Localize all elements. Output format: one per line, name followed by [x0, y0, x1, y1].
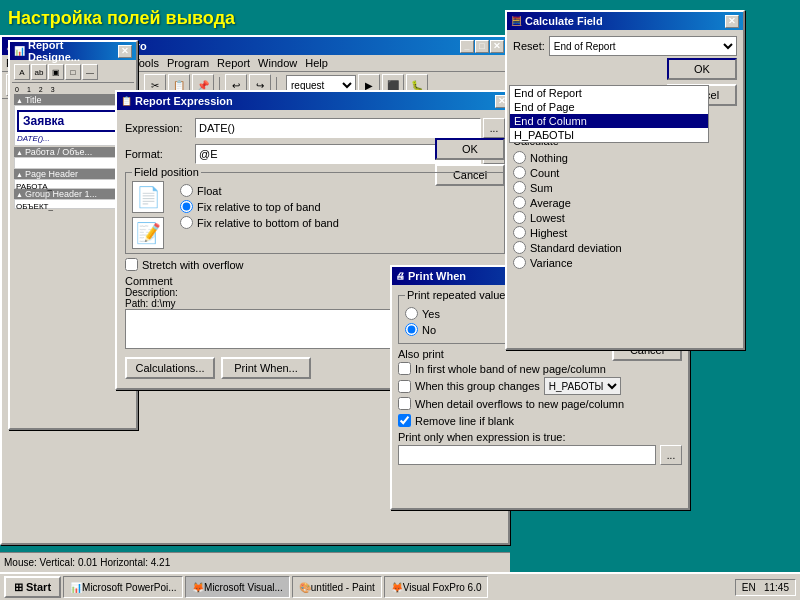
menu-program[interactable]: Program — [167, 57, 209, 69]
pw-expr-input[interactable] — [398, 445, 656, 465]
cf-title-left: 🧮 Calculate Field — [511, 15, 603, 27]
cf-count-label: Count — [530, 167, 559, 179]
cf-reset-select[interactable]: End of Report — [549, 36, 737, 56]
cf-option-end-report[interactable]: End of Report — [510, 86, 708, 100]
taskbar-icon-1: 🦊 — [192, 582, 204, 593]
cf-option-h-raboty[interactable]: H_РАБОТЫ — [510, 128, 708, 142]
re-calculations-btn[interactable]: Calculations... — [125, 357, 215, 379]
taskbar-label-1: Microsoft Visual... — [204, 582, 283, 593]
taskbar-item-paint[interactable]: 🎨 untitled - Paint — [292, 576, 382, 598]
cf-reset-row: Reset: End of Report — [513, 36, 737, 56]
re-icon: 📋 — [121, 96, 132, 106]
re-radio-group: Float Fix relative to top of band Fix re… — [180, 181, 339, 249]
cf-sum-row: Sum — [513, 181, 737, 194]
cf-nothing-radio[interactable] — [513, 151, 526, 164]
taskbar-label-3: Visual FoxPro 6.0 — [403, 582, 482, 593]
cf-stddev-radio[interactable] — [513, 241, 526, 254]
re-stretch-checkbox[interactable] — [125, 258, 138, 271]
taskbar-item-powerpoi[interactable]: 📊 Microsoft PowerPoi... — [63, 576, 183, 598]
vfp-minimize-btn[interactable]: _ — [460, 40, 474, 53]
menu-report[interactable]: Report — [217, 57, 250, 69]
cf-controls: ✕ — [725, 15, 739, 28]
re-field-icon-2[interactable]: 📝 — [132, 217, 164, 249]
re-path-value: d:\my — [151, 298, 175, 309]
menu-help[interactable]: Help — [305, 57, 328, 69]
cf-count-radio[interactable] — [513, 166, 526, 179]
re-fixbottom-row: Fix relative to bottom of band — [180, 216, 339, 229]
taskbar-right: EN 11:45 — [735, 579, 796, 596]
rd-title-label: Title — [25, 95, 42, 105]
date-field[interactable]: DATE()... — [17, 134, 129, 143]
cf-nothing-label: Nothing — [530, 152, 568, 164]
re-field-icon-1[interactable]: 📄 — [132, 181, 164, 213]
rd-tool-select[interactable]: A — [14, 64, 30, 80]
taskbar-item-vfp6[interactable]: 🦊 Visual FoxPro 6.0 — [384, 576, 489, 598]
rd-tool-box[interactable]: □ — [65, 64, 81, 80]
cf-average-label: Average — [530, 197, 571, 209]
rd-title-left: 📊 Report Designe... — [14, 39, 118, 63]
pw-yes-radio[interactable] — [405, 307, 418, 320]
re-icon-area: 📄 📝 — [132, 181, 164, 249]
cf-option-end-column[interactable]: End of Column — [510, 114, 708, 128]
re-printwhen-btn[interactable]: Print When... — [221, 357, 311, 379]
pw-no-radio[interactable] — [405, 323, 418, 336]
rd-work-label: Работа / Объе... — [25, 147, 92, 157]
taskbar-item-vfx[interactable]: 🦊 Microsoft Visual... — [185, 576, 290, 598]
cf-sum-radio[interactable] — [513, 181, 526, 194]
pw-groupchanges-checkbox[interactable] — [398, 380, 411, 393]
rd-close-btn[interactable]: ✕ — [118, 45, 132, 58]
rd-pageheader-label: Page Header — [25, 169, 78, 179]
rd-tool-line[interactable]: — — [82, 64, 98, 80]
rd-title: Report Designe... — [28, 39, 118, 63]
pw-infirst-checkbox[interactable] — [398, 362, 411, 375]
taskbar-label-2: untitled - Paint — [311, 582, 375, 593]
rd-tool-text[interactable]: ab — [31, 64, 47, 80]
cf-variance-radio[interactable] — [513, 256, 526, 269]
pw-expr-browse-btn[interactable]: ... — [660, 445, 682, 465]
taskbar: ⊞ Start 📊 Microsoft PowerPoi... 🦊 Micros… — [0, 572, 800, 600]
cf-dropdown-list: End of Report End of Page End of Column … — [509, 85, 709, 143]
rd-tool-field[interactable]: ▣ — [48, 64, 64, 80]
re-float-radio[interactable] — [180, 184, 193, 197]
cf-lowest-label: Lowest — [530, 212, 565, 224]
cf-sum-label: Sum — [530, 182, 553, 194]
cf-average-row: Average — [513, 196, 737, 209]
re-fixtop-row: Fix relative to top of band — [180, 200, 339, 213]
cf-variance-label: Variance — [530, 257, 573, 269]
cf-title: Calculate Field — [525, 15, 603, 27]
cf-highest-radio[interactable] — [513, 226, 526, 239]
pw-removeblank-checkbox[interactable] — [398, 414, 411, 427]
cf-lowest-radio[interactable] — [513, 211, 526, 224]
cf-count-row: Count — [513, 166, 737, 179]
pw-infirst-label: In first whole band of new page/column — [415, 363, 606, 375]
re-fixtop-radio[interactable] — [180, 200, 193, 213]
report-designer-titlebar: 📊 Report Designe... ✕ — [10, 42, 136, 60]
cf-body: Reset: End of Report End of Report End o… — [507, 30, 743, 279]
cf-lowest-row: Lowest — [513, 211, 737, 224]
vfp-close-btn[interactable]: ✕ — [490, 40, 504, 53]
vfp-maximize-btn[interactable]: □ — [475, 40, 489, 53]
re-expression-label: Expression: — [125, 122, 195, 134]
re-expression-input[interactable] — [195, 118, 481, 138]
cf-stddev-row: Standard deviation — [513, 241, 737, 254]
start-button[interactable]: ⊞ Start — [4, 576, 61, 598]
pw-groupchanges-label: When this group changes — [415, 380, 540, 392]
re-fixbottom-radio[interactable] — [180, 216, 193, 229]
zayavka-label[interactable]: Заявка — [17, 110, 129, 132]
cf-option-end-page[interactable]: End of Page — [510, 100, 708, 114]
taskbar-label-0: Microsoft PowerPoi... — [82, 582, 176, 593]
menu-window[interactable]: Window — [258, 57, 297, 69]
pw-overflows-checkbox[interactable] — [398, 397, 411, 410]
re-format-label: Format: — [125, 148, 195, 160]
pw-repeated-legend: Print repeated values — [405, 289, 513, 301]
re-fieldposition-content: 📄 📝 Float Fix relative to top of band Fi — [132, 181, 498, 249]
cf-ok-btn[interactable]: OK — [667, 58, 737, 80]
cf-close-btn[interactable]: ✕ — [725, 15, 739, 28]
pw-groupchanges-row: When this group changes H_РАБОТЫ — [398, 377, 682, 395]
re-fieldposition-legend: Field position — [132, 166, 201, 178]
cf-average-radio[interactable] — [513, 196, 526, 209]
re-expression-browse-btn[interactable]: ... — [483, 118, 505, 138]
pw-group-select[interactable]: H_РАБОТЫ — [544, 377, 621, 395]
re-ok-btn[interactable]: OK — [435, 138, 505, 160]
re-fieldposition-group: Field position 📄 📝 Float Fix relative to… — [125, 172, 505, 254]
